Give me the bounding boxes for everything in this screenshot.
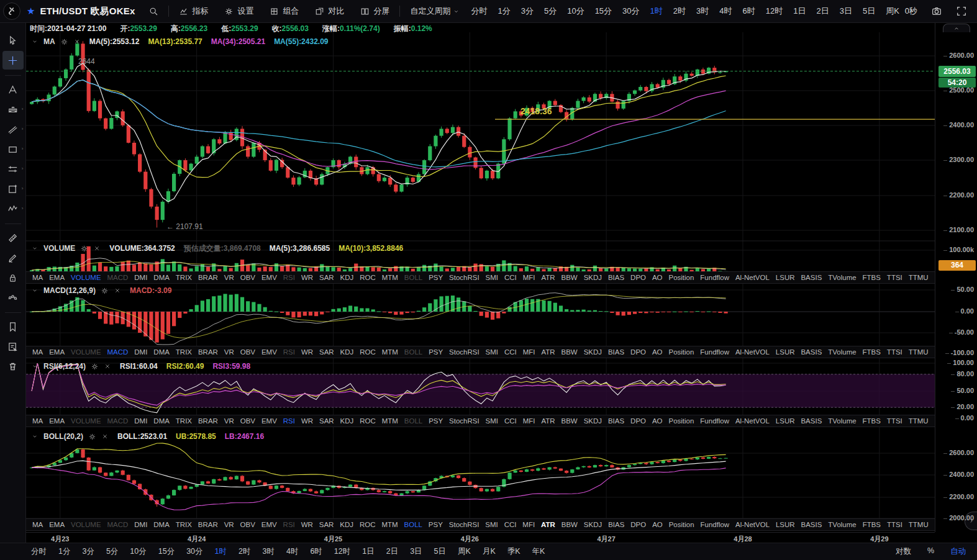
timeframe-12时[interactable]: 12时 [766, 6, 783, 17]
tab-BOLL[interactable]: BOLL [404, 274, 422, 281]
tab-TRIX[interactable]: TRIX [176, 348, 192, 356]
tab-ATR[interactable]: ATR [541, 348, 555, 356]
tab-VOLUME[interactable]: VOLUME [71, 274, 101, 281]
tab-CCI[interactable]: CCI [504, 521, 517, 528]
tab-BBW[interactable]: BBW [561, 521, 578, 528]
tool-wave[interactable]: › [2, 199, 24, 218]
tab-BOLL[interactable]: BOLL [404, 521, 422, 528]
tab-MA[interactable]: MA [32, 348, 43, 356]
tool-crosshair[interactable] [2, 51, 24, 70]
footer-timeframe-1日[interactable]: 1日 [362, 546, 374, 557]
tab-TVolume[interactable]: TVolume [828, 274, 856, 281]
tab-AO[interactable]: AO [652, 417, 663, 425]
tab-Fundflow[interactable]: Fundflow [700, 417, 729, 425]
tab-TTSI[interactable]: TTSI [887, 521, 902, 528]
tab-FTBS[interactable]: FTBS [863, 274, 881, 281]
tab-Al-NetVOL[interactable]: Al-NetVOL [735, 417, 770, 425]
tab-DMI[interactable]: DMI [134, 417, 147, 425]
tab-DMI[interactable]: DMI [134, 274, 147, 281]
tab-TTSI[interactable]: TTSI [887, 348, 902, 356]
tab-TTMU[interactable]: TTMU [909, 417, 929, 425]
tool-cursor[interactable] [2, 31, 24, 50]
footer-timeframe-3时[interactable]: 3时 [262, 546, 274, 557]
tab-SKDJ[interactable]: SKDJ [584, 417, 602, 425]
tool-parallel[interactable]: › [2, 160, 24, 178]
tab-MACD[interactable]: MACD [107, 274, 129, 281]
favorite-star-icon[interactable]: ★ [27, 6, 35, 17]
timeframe-1时[interactable]: 1时 [650, 6, 663, 17]
timeframe-30分[interactable]: 30分 [622, 6, 639, 17]
search-icon[interactable] [148, 6, 158, 16]
tab-PSY[interactable]: PSY [429, 521, 443, 528]
footer-timeframe-5日[interactable]: 5日 [434, 546, 446, 557]
tab-BASIS[interactable]: BASIS [801, 417, 822, 425]
tab-Al-NetVOL[interactable]: Al-NetVOL [735, 274, 770, 281]
tab-TTMU[interactable]: TTMU [909, 348, 929, 356]
tab-MACD[interactable]: MACD [107, 348, 129, 356]
tool-magnet[interactable] [2, 288, 24, 307]
tab-BASIS[interactable]: BASIS [801, 348, 822, 356]
tab-BRAR[interactable]: BRAR [198, 521, 218, 528]
footer-timeframe-4时[interactable]: 4时 [286, 546, 298, 557]
tab-OBV[interactable]: OBV [240, 274, 255, 281]
footer-timeframe-季K[interactable]: 季K [507, 546, 520, 557]
tab-MFI[interactable]: MFI [523, 274, 535, 281]
tool-ruler[interactable] [2, 228, 24, 247]
timeframe-分时[interactable]: 分时 [471, 6, 487, 17]
tab-WR[interactable]: WR [301, 274, 313, 281]
tab-EMA[interactable]: EMA [49, 348, 65, 356]
tab-MFI[interactable]: MFI [522, 521, 535, 528]
collapse-panel-button[interactable] [943, 24, 970, 32]
tab-BIAS[interactable]: BIAS [608, 274, 624, 281]
tab-SMI[interactable]: SMI [486, 348, 498, 356]
tool-shapes[interactable]: › [2, 140, 24, 158]
tab-DMI[interactable]: DMI [134, 521, 147, 528]
scale-option-自动[interactable]: 自动 [950, 546, 966, 557]
tool-text[interactable] [2, 80, 24, 99]
tab-RSI[interactable]: RSI [283, 417, 295, 425]
tab-EMV[interactable]: EMV [261, 521, 277, 528]
custom-period-dropdown[interactable]: 自定义周期 [410, 6, 460, 17]
tab-Position[interactable]: Position [668, 348, 694, 356]
tab-TRIX[interactable]: TRIX [176, 274, 192, 281]
tool-pencil[interactable] [2, 248, 24, 267]
tab-StochRSI[interactable]: StochRSI [449, 417, 479, 425]
tab-ATR[interactable]: ATR [541, 521, 555, 528]
footer-timeframe-2日[interactable]: 2日 [386, 546, 398, 557]
tab-MACD[interactable]: MACD [107, 521, 128, 528]
tab-Position[interactable]: Position [669, 521, 694, 528]
tab-StochRSI[interactable]: StochRSI [449, 348, 479, 356]
tool-bookmark[interactable] [2, 317, 24, 336]
tab-WR[interactable]: WR [301, 521, 313, 528]
timeframe-周K[interactable]: 周K [886, 6, 899, 17]
tab-ROC[interactable]: ROC [360, 417, 376, 425]
tab-PSY[interactable]: PSY [429, 348, 443, 356]
tab-TTMU[interactable]: TTMU [909, 521, 929, 528]
tab-BASIS[interactable]: BASIS [801, 521, 822, 528]
timeframe-1分[interactable]: 1分 [498, 6, 510, 17]
tab-VOLUME[interactable]: VOLUME [71, 521, 101, 528]
timeframe-10分[interactable]: 10分 [567, 6, 584, 17]
fullscreen-icon[interactable] [956, 6, 967, 17]
tab-TTMU[interactable]: TTMU [909, 274, 929, 281]
tab-PSY[interactable]: PSY [429, 274, 443, 281]
tab-BASIS[interactable]: BASIS [801, 274, 822, 281]
tab-PSY[interactable]: PSY [429, 417, 443, 425]
tab-SMI[interactable]: SMI [485, 521, 498, 528]
tab-MACD[interactable]: MACD [107, 417, 129, 425]
timeframe-5日[interactable]: 5日 [863, 6, 875, 17]
tab-Al-NetVOL[interactable]: Al-NetVOL [735, 348, 770, 356]
tab-SMI[interactable]: SMI [486, 274, 498, 281]
tab-BOLL[interactable]: BOLL [404, 417, 422, 425]
tab-ATR[interactable]: ATR [541, 274, 555, 281]
price-axis[interactable]: 2600.002500.002400.002300.002200.002100.… [935, 22, 977, 532]
tab-SAR[interactable]: SAR [319, 521, 334, 528]
tab-WR[interactable]: WR [301, 348, 313, 356]
tab-VR[interactable]: VR [224, 274, 234, 281]
tab-BBW[interactable]: BBW [561, 417, 578, 425]
tab-MA[interactable]: MA [32, 274, 43, 281]
tab-AO[interactable]: AO [652, 348, 663, 356]
tab-VR[interactable]: VR [224, 417, 234, 425]
tab-Fundflow[interactable]: Fundflow [700, 521, 729, 528]
timeframe-5分[interactable]: 5分 [544, 6, 557, 17]
